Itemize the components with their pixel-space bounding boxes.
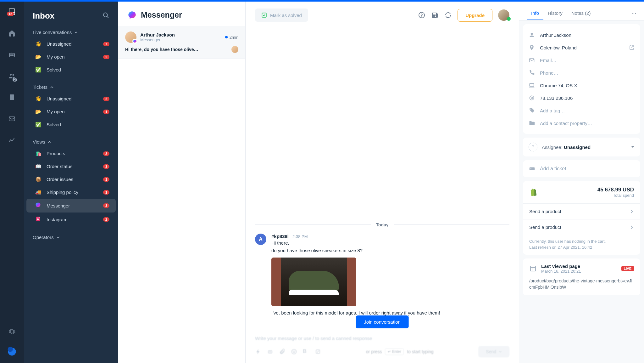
help-icon[interactable] (418, 11, 425, 19)
sidebar-item-tickets-solved[interactable]: ✅Solved (26, 118, 116, 131)
chat-column: Mark as solved Upgrade Today A #kp838l 2… (246, 2, 519, 363)
svg-point-22 (293, 351, 294, 352)
home-rail-icon[interactable] (8, 29, 16, 37)
bolt-icon[interactable] (255, 349, 261, 355)
count-badge: 2 (103, 151, 109, 156)
refresh-icon[interactable] (444, 11, 452, 19)
section-tickets[interactable]: Tickets (24, 82, 118, 92)
news-icon[interactable] (431, 11, 439, 19)
settings-rail-icon[interactable] (8, 327, 16, 336)
lastview-url[interactable]: /product/bag/products/the-vintage-messen… (529, 278, 634, 290)
svg-rect-6 (10, 94, 14, 100)
chevron-up-icon (74, 31, 78, 34)
current-user-avatar[interactable] (498, 9, 509, 21)
chevron-down-icon (56, 235, 60, 239)
instagram-icon (35, 216, 43, 223)
sidebar-item-products[interactable]: 🛍️Products2 (26, 147, 116, 160)
sidebar-item-tickets-unassigned[interactable]: 👋Unassigned2 (26, 92, 116, 105)
wave-icon: 👋 (35, 96, 43, 102)
section-views[interactable]: Views (24, 137, 118, 147)
sidebar-item-orderissues[interactable]: 📦Order issues1 (26, 173, 116, 186)
svg-point-21 (292, 349, 297, 354)
sidebar-item-unassigned[interactable]: 👋Unassigned7 (26, 37, 116, 50)
phone-placeholder: Phone… (540, 70, 635, 76)
bold-icon[interactable]: B (303, 349, 309, 355)
section-live-conversations[interactable]: Live conversations (24, 27, 118, 37)
count-badge: 3 (103, 203, 109, 208)
sidebar-item-label: Order status (47, 164, 103, 169)
sidebar-item-label: My open (47, 109, 103, 114)
check-icon: ✅ (35, 67, 43, 73)
attach-icon[interactable] (279, 349, 285, 355)
sidebar-item-myopen[interactable]: 📂My open2 (26, 50, 116, 63)
contacts-rail-icon[interactable] (8, 93, 16, 102)
bot-reply-icon[interactable] (267, 349, 273, 355)
tab-history[interactable]: History (543, 7, 567, 20)
svg-point-13 (39, 217, 40, 218)
add-ticket-label: Add a ticket… (540, 166, 571, 172)
enter-key-label: ↵ Enter (385, 348, 404, 355)
lastview-date: March 16, 2021 20:21 (541, 269, 581, 274)
shopify-icon (529, 188, 538, 197)
conversations-column: Messenger Arthur Jackson Messenger 2min … (118, 2, 246, 363)
message-image[interactable] (271, 258, 356, 306)
chat-input[interactable]: Write your message or use / to send a ca… (255, 334, 509, 346)
section-operators[interactable]: Operators (24, 232, 118, 242)
svg-point-4 (10, 74, 12, 76)
sidebar-item-instagram[interactable]: Instagram2 (26, 213, 116, 226)
contact-source: Messenger (140, 37, 221, 42)
svg-rect-11 (36, 217, 40, 221)
people-badge: 2 (13, 78, 17, 82)
phone-input-row[interactable]: Phone… (529, 66, 635, 79)
messenger-icon (128, 11, 136, 20)
email-input-row[interactable]: Email… (529, 54, 635, 66)
send-product-1[interactable]: Send a product (523, 203, 640, 219)
send-button[interactable]: Send (478, 346, 509, 357)
join-conversation-button[interactable]: Join conversation (356, 315, 409, 328)
search-icon[interactable] (103, 12, 109, 20)
package-icon: 📦 (35, 176, 43, 182)
svg-point-25 (531, 33, 533, 35)
svg-point-3 (13, 55, 14, 56)
add-ticket-card[interactable]: Add a ticket… (523, 160, 640, 177)
analytics-rail-icon[interactable] (8, 136, 16, 145)
add-tag-row[interactable]: Add a tag… (529, 104, 635, 117)
unread-dot (225, 36, 228, 38)
location-icon (529, 44, 535, 51)
svg-rect-7 (9, 117, 15, 121)
tabs-more-icon[interactable]: ⋯ (631, 10, 636, 16)
sidebar-item-orderstatus[interactable]: 📖Order status3 (26, 160, 116, 173)
mail-rail-icon[interactable] (8, 114, 16, 123)
page-icon (529, 265, 537, 272)
external-link-icon[interactable] (629, 45, 635, 50)
bot-rail-icon[interactable] (8, 50, 16, 59)
chevron-up-icon (50, 85, 54, 89)
conversation-item[interactable]: Arthur Jackson Messenger 2min Hi there, … (118, 26, 245, 59)
sidebar-item-tickets-myopen[interactable]: 📂My open1 (26, 105, 116, 118)
chat-toolbar: Mark as solved Upgrade (246, 2, 519, 29)
svg-rect-1 (9, 53, 14, 57)
sidebar-item-messenger[interactable]: Messenger3 (26, 199, 116, 213)
mark-solved-button[interactable]: Mark as solved (255, 9, 308, 22)
contact-info-card: Arthur Jackson Goleniów, Poland Email… P… (523, 24, 640, 134)
people-rail-icon[interactable]: 2 (8, 71, 16, 80)
mark-solved-label: Mark as solved (270, 13, 302, 18)
slash-icon[interactable] (315, 349, 321, 355)
inbox-rail-icon[interactable]: 12 (8, 7, 16, 16)
count-badge: 3 (103, 164, 109, 169)
tab-info[interactable]: Info (527, 7, 543, 20)
book-icon: 📖 (35, 163, 43, 169)
folder-icon: 📂 (35, 109, 43, 115)
chat-body: Today A #kp838l 2:38 PM Hi there, do you… (246, 29, 519, 328)
upgrade-button[interactable]: Upgrade (458, 9, 492, 22)
sidebar-item-shipping[interactable]: 🚚Shipping policy1 (26, 186, 116, 199)
send-product-2[interactable]: Send a product (523, 219, 640, 235)
assignee-placeholder-icon: ? (529, 143, 537, 151)
tab-notes[interactable]: Notes (2) (567, 7, 595, 20)
assignee-card[interactable]: ? Assignee: Unassigned (523, 138, 640, 156)
add-property-row[interactable]: Add a contact property… (529, 117, 635, 129)
inbox-title: Inbox (33, 11, 54, 21)
last-viewed-card: Last viewed page March 16, 2021 20:21 LI… (523, 258, 640, 295)
emoji-icon[interactable] (291, 349, 297, 355)
sidebar-item-solved[interactable]: ✅Solved (26, 63, 116, 76)
